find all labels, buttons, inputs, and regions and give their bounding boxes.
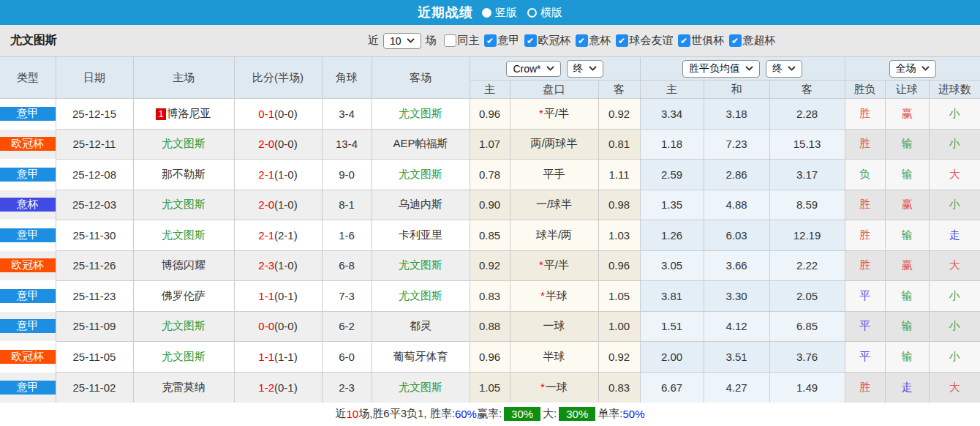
league-cell: 意甲: [0, 220, 56, 251]
avg-home: 1.18: [640, 129, 704, 160]
filter-checkbox-0[interactable]: 同主: [444, 34, 480, 48]
odds-home: 0.83: [470, 281, 510, 312]
avg-draw: 3.51: [704, 342, 769, 373]
result-goals: 小: [929, 99, 980, 130]
result-handicap: 输: [885, 311, 929, 342]
avg-home: 1.26: [640, 220, 704, 251]
chevron-down-icon: [788, 66, 796, 71]
away-team: 尤文图斯: [372, 250, 470, 281]
radio-selected-icon[interactable]: [482, 8, 491, 18]
top-bar: 近期战绩 竖版 横版: [0, 0, 980, 25]
summary-segment: 50%: [622, 408, 644, 420]
handicap: *平/半: [510, 250, 598, 281]
summary-bar: 近10场,胜6平3负1, 胜率:60% 赢率: 30% 大: 30% 单率:50…: [0, 403, 980, 426]
scope-select[interactable]: 全场: [889, 60, 936, 78]
home-team-name: 博洛尼亚: [167, 107, 211, 119]
table-row: 欧冠杯25-11-05尤文图斯1-1(1-1)6-0葡萄牙体育0.96半球0.9…: [0, 342, 980, 373]
odds-home: 0.88: [470, 311, 510, 342]
checkbox-checked-icon[interactable]: ✔: [524, 34, 537, 47]
match-date: 25-11-26: [56, 250, 133, 281]
handicap-text: 一/球半: [536, 198, 572, 210]
league-badge: 意甲: [0, 289, 56, 303]
table-row: 意甲25-12-08那不勒斯2-1(1-0)9-0尤文图斯0.78平手1.112…: [0, 160, 980, 190]
away-team-name: 尤文图斯: [399, 107, 442, 119]
radio-horizontal-layout[interactable]: 横版: [527, 6, 562, 20]
odds-home: 0.78: [470, 160, 510, 190]
corners: 8-1: [322, 190, 372, 220]
odds-away: 1.11: [598, 160, 640, 190]
league-cell: 意甲: [0, 372, 56, 403]
filter-checkbox-2[interactable]: ✔欧冠杯: [524, 34, 571, 48]
away-team-name: 尤文图斯: [399, 381, 442, 393]
summary-segment: 30%: [504, 407, 540, 421]
home-team-name: 尤文图斯: [162, 228, 206, 241]
away-team-name: 乌迪内斯: [399, 198, 442, 210]
recent-count-select[interactable]: 10: [383, 33, 421, 49]
away-team-name: 都灵: [410, 319, 431, 332]
avg-away: 6.85: [769, 311, 845, 342]
halftime-score: (1-1): [274, 351, 298, 363]
avg-type-select[interactable]: 胜平负均值: [682, 60, 760, 78]
table-row: 意甲25-11-23佛罗伦萨1-1(0-1)7-3尤文图斯0.83*半球1.05…: [0, 281, 980, 312]
checkbox-checked-icon[interactable]: ✔: [484, 34, 497, 47]
filter-checkbox-3[interactable]: ✔意杯: [576, 34, 611, 48]
home-team: 尤文图斯: [133, 311, 234, 342]
checkbox-checked-icon[interactable]: ✔: [678, 34, 690, 47]
league-cell: 欧冠杯: [0, 342, 56, 373]
corners: 9-0: [322, 160, 372, 190]
avg-away: 3.17: [769, 160, 845, 190]
chevron-down-icon: [745, 66, 753, 71]
home-team: 尤文图斯: [133, 342, 234, 373]
odds-company-select[interactable]: Crow*: [506, 61, 560, 77]
home-team: 尤文图斯: [133, 220, 234, 251]
odds-away: 1.03: [598, 220, 640, 251]
fulltime-score: 1-1: [258, 351, 274, 363]
odds-home: 0.96: [470, 342, 510, 373]
table-row: 欧冠杯25-12-11尤文图斯2-0(0-0)13-4AEP帕福斯1.07两/两…: [0, 129, 980, 160]
away-team-name: 葡萄牙体育: [393, 350, 448, 362]
home-team-name: 尤文图斯: [162, 350, 206, 362]
filter-checkbox-6[interactable]: ✔意超杯: [729, 34, 776, 48]
avg-state-select[interactable]: 终: [766, 60, 802, 78]
avg-home: 1.35: [640, 190, 704, 220]
away-team: 尤文图斯: [372, 281, 470, 312]
table-row: 意甲25-11-30尤文图斯2-1(2-1)1-6卡利亚里0.85球半/两1.0…: [0, 220, 980, 251]
header-away: 客场: [372, 57, 470, 99]
table-row: 意杯25-12-03尤文图斯2-0(1-0)8-1乌迪内斯0.90一/球半0.9…: [0, 190, 980, 220]
filter-checkbox-4[interactable]: ✔球会友谊: [616, 34, 674, 48]
score-cell: 0-1(0-0): [234, 99, 322, 130]
header-odds-group: Crow* 终: [470, 57, 640, 81]
avg-home: 3.05: [640, 250, 704, 281]
away-team: 尤文图斯: [372, 160, 470, 190]
result-outcome: 胜: [845, 99, 885, 130]
radio-vertical-layout[interactable]: 竖版: [482, 6, 517, 20]
avg-draw: 4.88: [704, 190, 769, 220]
filter-checkbox-1[interactable]: ✔意甲: [484, 34, 520, 48]
halftime-score: (0-0): [274, 108, 298, 120]
team-name: 尤文图斯: [10, 33, 57, 48]
layout-radio-group: 竖版 横版: [482, 6, 562, 20]
filter-checkbox-label: 球会友谊: [630, 34, 674, 48]
radio-unselected-icon[interactable]: [527, 8, 537, 18]
match-date: 25-12-11: [56, 129, 133, 160]
checkbox-checked-icon[interactable]: ✔: [576, 34, 588, 47]
handicap: 一/球半: [510, 190, 598, 220]
filter-checkbox-label: 意杯: [589, 34, 611, 48]
checkbox-checked-icon[interactable]: ✔: [616, 34, 628, 47]
avg-home: 2.00: [640, 342, 704, 373]
checkbox-unchecked-icon[interactable]: [444, 34, 456, 47]
filter-checkbox-5[interactable]: ✔世俱杯: [678, 34, 725, 48]
avg-home: 1.51: [640, 311, 704, 342]
result-outcome: 平: [845, 281, 885, 312]
fulltime-score: 2-0: [258, 198, 274, 211]
page-title: 近期战绩: [418, 4, 473, 21]
summary-segment: 60%: [455, 408, 477, 420]
odds-away: 0.81: [598, 129, 640, 160]
subheader-avg-draw: 和: [704, 81, 769, 99]
home-team: 博德闪耀: [133, 250, 234, 281]
checkbox-checked-icon[interactable]: ✔: [729, 34, 742, 47]
filter-checkbox-label: 意超杯: [743, 34, 776, 48]
handicap-text: 一球: [546, 381, 568, 393]
odds-state-select[interactable]: 终: [567, 60, 603, 78]
header-date: 日期: [56, 57, 133, 99]
